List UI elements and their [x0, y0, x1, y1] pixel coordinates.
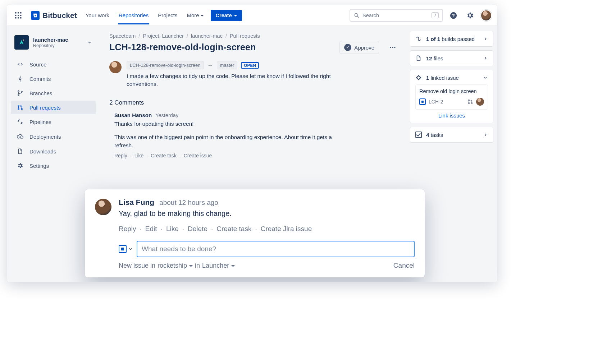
- comment-text: Thanks for updating this screen!: [114, 120, 352, 128]
- sidebar-item-pipelines[interactable]: Pipelines: [11, 115, 96, 129]
- sidebar-item-label: Deployments: [29, 134, 61, 140]
- chevron-down-icon: [128, 246, 133, 252]
- sidebar-item-downloads[interactable]: Downloads: [11, 144, 96, 158]
- comment-time: about 12 hours ago: [159, 199, 218, 207]
- chevron-down-icon: [231, 262, 235, 269]
- svg-rect-7: [18, 17, 19, 19]
- settings-gear-icon[interactable]: [464, 9, 476, 22]
- nav-your-work[interactable]: Your work: [85, 6, 110, 24]
- nav-projects[interactable]: Projects: [157, 6, 178, 24]
- product-name: Bitbucket: [42, 11, 77, 20]
- comment-create-task-action[interactable]: Create task: [146, 153, 176, 158]
- svg-line-10: [357, 16, 359, 18]
- files-text: 12 files: [426, 55, 479, 61]
- sidebar-item-settings[interactable]: Settings: [11, 159, 96, 172]
- chevron-right-icon: [483, 56, 488, 61]
- search-input[interactable]: Search /: [350, 9, 443, 22]
- issue-type-picker[interactable]: [119, 245, 133, 253]
- arrow-right-icon: →: [207, 62, 213, 69]
- commenter-avatar[interactable]: [95, 199, 111, 215]
- create-button[interactable]: Create: [211, 10, 242, 21]
- new-issue-container-picker[interactable]: in Launcher: [195, 262, 235, 269]
- svg-rect-1: [18, 12, 19, 14]
- comment-create-task-action[interactable]: Create task: [211, 225, 251, 233]
- nav-more[interactable]: More: [186, 6, 204, 24]
- issue-summary-input[interactable]: [137, 241, 415, 257]
- sidebar-item-commits[interactable]: Commits: [11, 72, 96, 86]
- sidebar-item-branches[interactable]: Branches: [11, 86, 96, 100]
- chevron-down-icon: [189, 262, 193, 269]
- chevron-down-icon: [234, 13, 237, 18]
- sidebar-item-label: Branches: [29, 90, 52, 96]
- comment-author[interactable]: Lisa Fung: [119, 198, 154, 207]
- issue-key[interactable]: LCH-2: [429, 99, 465, 105]
- check-circle-icon: ✓: [344, 44, 351, 51]
- builds-text: 1 of 1 builds passed: [426, 36, 479, 42]
- sidebar-item-label: Pull requests: [29, 105, 61, 111]
- svg-rect-2: [20, 12, 22, 14]
- svg-point-17: [18, 91, 19, 92]
- code-icon: [17, 61, 24, 68]
- pr-description: I made a few changes to tidy up the code…: [127, 72, 357, 88]
- svg-point-19: [21, 91, 22, 92]
- svg-point-28: [471, 102, 472, 103]
- checkbox-icon: [415, 132, 422, 138]
- assignee-avatar[interactable]: [476, 98, 484, 106]
- comment-like-action[interactable]: Like: [161, 225, 179, 233]
- comment-reply-action[interactable]: Reply: [119, 225, 136, 233]
- profile-avatar[interactable]: [480, 10, 492, 21]
- builds-panel[interactable]: 1 of 1 builds passed: [410, 31, 493, 47]
- comment-delete-action[interactable]: Delete: [182, 225, 207, 233]
- svg-rect-5: [20, 15, 22, 16]
- pipelines-icon: [17, 119, 24, 125]
- target-branch-chip[interactable]: master: [217, 61, 238, 69]
- new-issue-project-picker[interactable]: New issue in rocketship: [119, 262, 193, 269]
- files-panel[interactable]: 12 files: [410, 50, 493, 66]
- linked-issue-title[interactable]: Remove old login screen: [419, 88, 484, 94]
- source-branch-chip[interactable]: LCH-128-remove-old-login-screen: [127, 61, 204, 69]
- help-icon[interactable]: ?: [447, 9, 460, 22]
- cancel-button[interactable]: Cancel: [393, 262, 415, 269]
- comment-reply-action[interactable]: Reply: [114, 153, 127, 158]
- author-avatar[interactable]: [109, 61, 122, 73]
- sidebar-item-label: Pipelines: [29, 119, 51, 125]
- comment-create-issue-action[interactable]: Create issue: [179, 153, 212, 158]
- linked-issue-header[interactable]: 1 linked issue: [415, 74, 488, 81]
- product-logo[interactable]: Bitbucket: [31, 11, 77, 20]
- more-actions-button[interactable]: [387, 42, 398, 53]
- comment-like-action[interactable]: Like: [130, 153, 144, 158]
- crumb-repo[interactable]: launcher-mac: [191, 33, 223, 39]
- comment-create-jira-action[interactable]: Create Jira issue: [255, 225, 312, 233]
- repo-avatar-icon: [14, 35, 29, 50]
- sidebar-item-label: Downloads: [29, 148, 56, 155]
- svg-point-25: [394, 47, 395, 48]
- repo-switcher[interactable]: launcher-mac Repository: [11, 32, 96, 52]
- commit-icon: [17, 75, 24, 82]
- tasks-panel[interactable]: 4 tasks: [410, 127, 493, 143]
- approve-label: Approve: [354, 45, 374, 51]
- comment-item: Susan Hanson Yesterday Thanks for updati…: [109, 112, 398, 158]
- crumb-project[interactable]: Project: Launcher: [143, 33, 184, 39]
- comment-author[interactable]: Susan Hanson: [114, 112, 152, 118]
- comment-edit-action[interactable]: Edit: [140, 225, 157, 233]
- comment-text: Yay, glad to be making this change.: [119, 209, 415, 218]
- svg-point-21: [18, 109, 19, 110]
- search-placeholder: Search: [362, 13, 429, 18]
- crumb-section[interactable]: Pull requests: [230, 33, 260, 39]
- tasks-text: 4 tasks: [426, 132, 479, 138]
- search-icon: [354, 13, 360, 18]
- nav-repositories[interactable]: Repositories: [118, 6, 149, 24]
- issue-type-icon: [119, 245, 127, 253]
- sidebar-item-pull-requests[interactable]: Pull requests: [11, 101, 96, 114]
- gear-icon: [17, 162, 24, 169]
- approve-button[interactable]: ✓ Approve: [339, 41, 379, 54]
- chevron-down-icon: [483, 75, 488, 80]
- top-nav: Bitbucket Your work Repositories Project…: [7, 5, 497, 26]
- app-switcher-icon[interactable]: [12, 9, 24, 22]
- link-issues-button[interactable]: Link issues: [415, 110, 488, 119]
- svg-rect-4: [18, 15, 19, 16]
- crumb-team[interactable]: Spaceteam: [109, 33, 136, 39]
- sidebar-item-source[interactable]: Source: [11, 57, 96, 71]
- sidebar-item-deployments[interactable]: Deployments: [11, 129, 96, 144]
- svg-rect-3: [15, 15, 17, 16]
